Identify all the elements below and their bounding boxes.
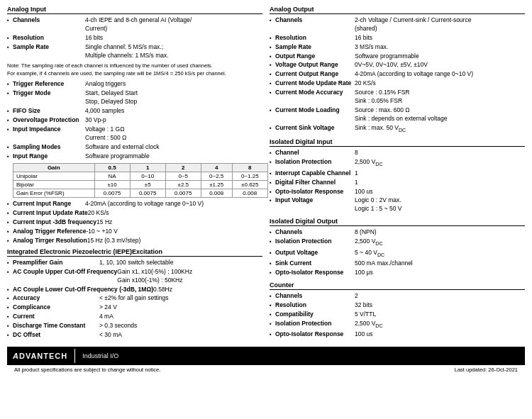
list-item: Output Range Software programmable: [270, 52, 525, 61]
iepe-title: Integrated Electronic Piezoelectric (IEP…: [7, 248, 262, 257]
row-value: 0.008: [201, 189, 232, 198]
list-item: Isolation Protection 2,500 VDC: [270, 158, 525, 169]
row-label: Gain Error (%FSR): [13, 189, 95, 198]
list-item: Current Input Range 4-20mA (according to…: [7, 200, 262, 208]
spec-label: Output Voltage: [270, 249, 355, 259]
list-item: Trigger Mode Start, Delayed StartStop, D…: [7, 89, 262, 106]
spec-value: 2,500 VDC: [355, 238, 525, 248]
spec-value: 4-ch IEPE and 8-ch general AI (Voltage/C…: [85, 16, 262, 33]
list-item: Preamplifier Gain 1, 10, 100 switch sele…: [7, 259, 262, 267]
list-item: AC Couple Upper Cut-Off Frequency Gain x…: [7, 268, 262, 285]
spec-value: 100 µs: [355, 269, 525, 277]
iepe-section: Integrated Electronic Piezoelectric (IEP…: [7, 248, 262, 340]
spec-value: > 0.3 seconds: [99, 322, 262, 330]
gain-header: 1: [130, 164, 165, 172]
iepe-list: Preamplifier Gain 1, 10, 100 switch sele…: [7, 259, 262, 340]
spec-label: Channels: [270, 16, 355, 33]
list-item: FIFO Size 4,000 samples: [7, 107, 262, 116]
spec-value: 20 KS/s: [355, 79, 525, 88]
list-item: Channels 2-ch Voltage / Current-sink / C…: [270, 16, 525, 33]
spec-label: FIFO Size: [7, 107, 85, 116]
list-item: Analog Trigger Reference -10 ~ +10 V: [7, 228, 262, 236]
left-column: Analog Input Channels 4-ch IEPE and 8-ch…: [7, 6, 262, 342]
gain-header: Gain: [13, 164, 95, 172]
row-value: 0~10: [130, 172, 165, 181]
analog-output-list: Channels 2-ch Voltage / Current-sink / C…: [270, 16, 525, 134]
main-content: Analog Input Channels 4-ch IEPE and 8-ch…: [7, 6, 525, 342]
gain-table: Gain 0.5 1 2 4 8 Unipolar NA 0~10 0~5 0~: [13, 163, 268, 198]
spec-value: 16 bits: [85, 34, 262, 43]
analog-input-title: Analog Input: [7, 6, 262, 14]
counter-list: Channels 2 Resolution 32 bits Compatibil…: [270, 292, 525, 339]
list-item: Current Input -3dB frequency 15 Hz: [7, 218, 262, 227]
spec-value: Start, Delayed StartStop, Delayed Stop: [85, 89, 262, 106]
spec-value: 32 bits: [355, 301, 525, 310]
spec-value: 4-20mA (according to voltage range 0~10 …: [85, 200, 262, 208]
list-item: Resolution 16 bits: [270, 34, 525, 43]
spec-value: < 30 mA: [99, 331, 262, 340]
spec-value: 1: [355, 179, 525, 187]
spec-label: Current: [7, 313, 99, 321]
spec-label: Trigger Mode: [7, 89, 85, 106]
list-item: Current 4 mA: [7, 313, 262, 321]
spec-value: 3 MS/s max.: [355, 43, 525, 52]
spec-label: Channels: [270, 292, 355, 301]
spec-value: 5 ~ 40 VDC: [355, 249, 525, 259]
table-row: Bipolar ±10 ±5 ±2.5 ±1.25 ±0.625: [13, 181, 268, 189]
row-value: 0~5: [165, 172, 201, 181]
spec-label: Overvoltage Protection: [7, 116, 85, 125]
spec-value: Single channel: 5 MS/s max.;Multiple cha…: [85, 43, 262, 60]
spec-label: Isolation Protection: [270, 320, 355, 330]
spec-label: Discharge Time Constant: [7, 322, 99, 330]
gain-header: 4: [201, 164, 232, 172]
spec-label: AC Couple Upper Cut-Off Frequency: [7, 268, 117, 285]
spec-value: Analog triggers: [85, 80, 262, 89]
spec-label: Input Impedance: [7, 125, 85, 143]
list-item: Complicance > 24 V: [7, 303, 262, 312]
spec-label: Channels: [7, 16, 85, 33]
spec-label: Opto-Isolator Response: [270, 330, 355, 339]
spec-label: Channels: [270, 228, 355, 237]
list-item: Input Voltage Logic 0 : 2V max.Logic 1 :…: [270, 196, 525, 213]
spec-value: 100 us: [355, 188, 525, 196]
list-item: Channels 2: [270, 292, 525, 301]
list-item: Current Mode Accuracy Source : 0.15% FSR…: [270, 89, 525, 106]
list-item: Opto-Isolator Response 100 us: [270, 188, 525, 196]
spec-label: Opto-Isolator Response: [270, 188, 355, 196]
spec-value: Gain x1, x10(-5%) : 100KHzGain x100(-1%)…: [117, 268, 262, 285]
spec-label: Input Voltage: [270, 196, 355, 213]
footer-note-left: All product specifications are subject t…: [14, 367, 160, 373]
list-item: Resolution 32 bits: [270, 301, 525, 310]
brand-a: A: [13, 352, 19, 360]
spec-label: Resolution: [7, 34, 85, 43]
spec-value: 5 V/TTL: [355, 311, 525, 319]
spec-label: Resolution: [270, 301, 355, 310]
row-value: ±10: [94, 181, 130, 189]
spec-value: 2-ch Voltage / Current-sink / Current-so…: [355, 16, 525, 33]
analog-input-list: Channels 4-ch IEPE and 8-ch general AI (…: [7, 16, 262, 60]
row-value: 0.008: [232, 189, 267, 198]
footer-bar: ADVANTECH Industrial I/O: [7, 347, 525, 365]
list-item: Channels 4-ch IEPE and 8-ch general AI (…: [7, 16, 262, 33]
list-item: Output Voltage 5 ~ 40 VDC: [270, 249, 525, 259]
spec-label: Accuracy: [7, 294, 99, 303]
row-value: 0~1.25: [232, 172, 267, 181]
spec-value: Voltage : 1 GΩCurrent : 500 Ω: [85, 125, 262, 143]
spec-label: Input Range: [7, 152, 85, 161]
spec-label: Output Range: [270, 52, 355, 61]
row-value: 0.0075: [165, 189, 201, 198]
spec-label: Analog Tirrger Resolution: [7, 237, 87, 245]
analog-output-title: Analog Output: [270, 6, 525, 14]
row-value: 0~2.5: [201, 172, 232, 181]
spec-label: Voltage Output Range: [270, 61, 355, 69]
sampling-note: Note: The sampling rate of each channel …: [7, 62, 262, 77]
spec-value: 100 us: [355, 330, 525, 339]
gain-header: 2: [165, 164, 201, 172]
footer-tagline: Industrial I/O: [82, 352, 118, 359]
spec-value: 30 Vp-p: [85, 116, 262, 125]
spec-label: Current Input -3dB frequency: [7, 218, 96, 227]
row-value: 0.0075: [94, 189, 130, 198]
spec-label: Current Mode Loading: [270, 106, 355, 123]
spec-label: Digital Filter Channel: [270, 179, 355, 187]
footer-divider: [74, 349, 75, 363]
